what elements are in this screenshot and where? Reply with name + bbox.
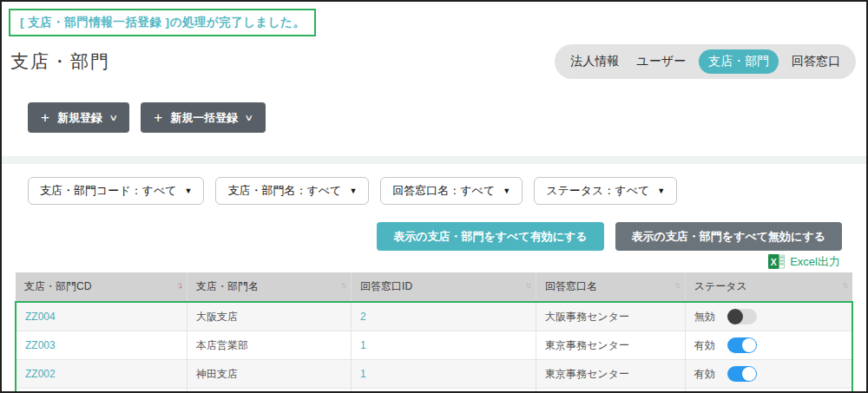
branch-department-page: [ 支店・部門情報一括登録 ]の処理が完了しました。 支店・部門 法人情報 ユー…: [0, 0, 868, 393]
disable-all-button[interactable]: 表示の支店・部門をすべて無効にする: [615, 222, 842, 251]
filter-branch-code[interactable]: 支店・部門コード：すべて ▼: [28, 177, 204, 205]
column-header-status[interactable]: ステータス ↑↓: [685, 272, 852, 302]
status-label: 無効: [694, 310, 715, 324]
new-register-button[interactable]: + 新規登録 ∨: [28, 102, 129, 133]
filter-branch-name[interactable]: 支店・部門名：すべて ▼: [215, 177, 369, 205]
tab-users[interactable]: ユーザー: [632, 49, 690, 74]
plus-icon: +: [154, 110, 162, 125]
status-toggle[interactable]: [727, 366, 757, 382]
filter-label: ステータス：すべて: [546, 183, 649, 199]
branch-name-cell: 神田支店: [187, 360, 352, 389]
new-register-label: 新規登録: [57, 110, 102, 126]
column-label: 回答窓口名: [545, 280, 597, 292]
page-title: 支店・部門: [10, 49, 110, 74]
column-label: ステータス: [694, 280, 747, 292]
bulk-register-button[interactable]: + 新規一括登録 ∨: [141, 102, 265, 133]
status-label: 有効: [694, 338, 715, 353]
filter-label: 回答窓口名：すべて: [392, 183, 495, 199]
dropdown-arrow-icon: ▼: [349, 187, 357, 195]
status-toggle[interactable]: [727, 309, 757, 324]
table-row: ZZ001 飯田橋支店 1 東京事務センター 有効: [16, 389, 852, 393]
window-id-link[interactable]: 1: [360, 368, 366, 380]
tab-branch-department[interactable]: 支店・部門: [699, 49, 779, 74]
window-name-cell: 東京事務センター: [536, 389, 686, 393]
filter-label: 支店・部門コード：すべて: [40, 183, 177, 199]
bulk-action-bar: 表示の支店・部門をすべて有効にする 表示の支店・部門をすべて無効にする: [2, 222, 842, 251]
filter-label: 支店・部門名：すべて: [227, 183, 341, 199]
svg-text:X: X: [771, 257, 777, 267]
table-row: ZZ003 本店営業部 1 東京事務センター 有効: [16, 331, 852, 360]
window-id-link[interactable]: 2: [360, 311, 366, 323]
tab-response-window[interactable]: 回答窓口: [787, 49, 845, 74]
branch-cd-link[interactable]: ZZ002: [25, 368, 56, 380]
column-header-branch-name[interactable]: 支店・部門名 ↑↓: [187, 272, 352, 302]
branch-name-cell: 本店営業部: [187, 331, 352, 360]
table-row: ZZ002 神田支店 1 東京事務センター 有効: [16, 360, 852, 389]
sort-icon[interactable]: ↑↓: [525, 279, 529, 290]
filter-status[interactable]: ステータス：すべて ▼: [534, 177, 677, 205]
excel-icon: X: [768, 254, 785, 269]
dropdown-arrow-icon: ▼: [185, 187, 193, 195]
plus-icon: +: [41, 110, 49, 125]
filter-bar: 支店・部門コード：すべて ▼ 支店・部門名：すべて ▼ 回答窓口名：すべて ▼ …: [28, 177, 866, 205]
table-header-row: 支店・部門CD ↑↓ 支店・部門名 ↑↓ 回答窓口ID ↑↓ 回答窓口名 ↑↓: [16, 272, 852, 302]
sort-icon[interactable]: ↑↓: [340, 279, 345, 290]
branch-cd-link[interactable]: ZZ004: [25, 311, 56, 323]
column-header-branch-cd[interactable]: 支店・部門CD ↑↓: [16, 272, 187, 302]
branch-table-container: 支店・部門CD ↑↓ 支店・部門名 ↑↓ 回答窓口ID ↑↓ 回答窓口名 ↑↓: [15, 272, 853, 393]
toolbar: + 新規登録 ∨ + 新規一括登録 ∨: [28, 102, 866, 133]
tab-corporate-info[interactable]: 法人情報: [566, 49, 623, 74]
sort-icon[interactable]: ↑↓: [842, 279, 846, 290]
window-name-cell: 大阪事務センター: [536, 302, 686, 331]
branch-name-cell: 飯田橋支店: [187, 389, 352, 393]
branch-cd-link[interactable]: ZZ003: [25, 339, 56, 351]
sort-icon[interactable]: ↑↓: [674, 279, 679, 290]
excel-export-row: X Excel出力: [2, 253, 840, 270]
window-name-cell: 東京事務センター: [536, 331, 686, 360]
column-header-window-name[interactable]: 回答窓口名 ↑↓: [536, 272, 686, 302]
chevron-down-icon: ∨: [108, 113, 118, 122]
chevron-down-icon: ∨: [244, 113, 253, 122]
bulk-register-label: 新規一括登録: [170, 110, 238, 126]
sort-icon[interactable]: ↑↓: [176, 279, 181, 290]
enable-all-button[interactable]: 表示の支店・部門をすべて有効にする: [377, 222, 603, 251]
filter-window-name[interactable]: 回答窓口名：すべて ▼: [380, 177, 523, 205]
page-header: 支店・部門 法人情報 ユーザー 支店・部門 回答窓口: [2, 36, 866, 79]
section-divider: [2, 156, 866, 164]
branch-name-cell: 大阪支店: [187, 302, 352, 331]
column-label: 支店・部門名: [196, 280, 259, 292]
status-label: 有効: [694, 367, 715, 382]
table-body: ZZ004 大阪支店 2 大阪事務センター 無効 ZZ003 本店営業部 1 東…: [16, 302, 852, 393]
dropdown-arrow-icon: ▼: [503, 187, 510, 195]
branch-table: 支店・部門CD ↑↓ 支店・部門名 ↑↓ 回答窓口ID ↑↓ 回答窓口名 ↑↓: [15, 272, 853, 393]
column-label: 回答窓口ID: [360, 280, 412, 292]
flash-message: [ 支店・部門情報一括登録 ]の処理が完了しました。: [9, 9, 316, 36]
table-row: ZZ004 大阪支店 2 大阪事務センター 無効: [16, 302, 852, 331]
window-id-link[interactable]: 1: [360, 339, 366, 351]
excel-export-link[interactable]: Excel出力: [790, 254, 840, 270]
window-name-cell: 東京事務センター: [536, 360, 686, 389]
status-toggle[interactable]: [727, 337, 757, 353]
dropdown-arrow-icon: ▼: [657, 187, 665, 195]
tab-bar: 法人情報 ユーザー 支店・部門 回答窓口: [555, 44, 856, 79]
column-header-window-id[interactable]: 回答窓口ID ↑↓: [352, 272, 536, 302]
column-label: 支店・部門CD: [24, 280, 91, 292]
